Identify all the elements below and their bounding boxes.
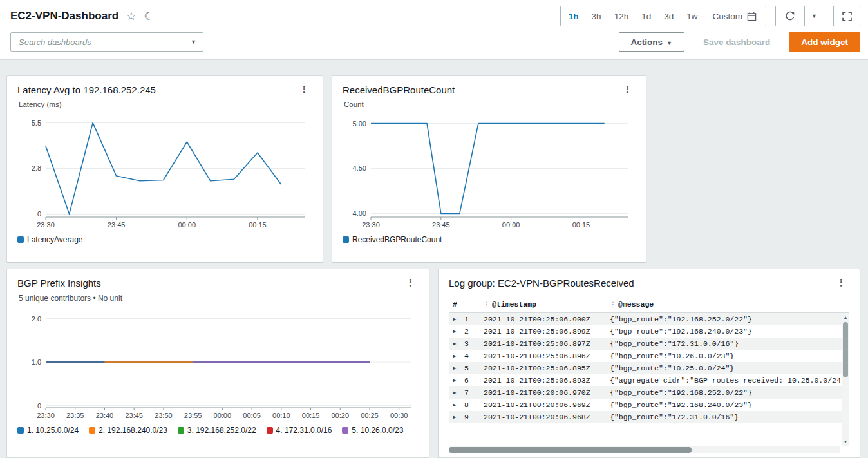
expand-row-icon[interactable]: ▶ (449, 313, 460, 326)
widget-title: BGP Prefix Insights (17, 278, 101, 289)
dashboard-canvas: Latency Avg to 192.168.252.245 ⋮ Latency… (0, 60, 868, 458)
y-axis-label: Count (344, 100, 636, 108)
legend-item[interactable]: 3. 192.168.252.0/22 (178, 426, 256, 435)
table-row[interactable]: ▶72021-10-21T00:20:06.970Z{"bgp_route":"… (449, 386, 849, 399)
expand-row-icon[interactable]: ▶ (449, 374, 460, 386)
widget-menu-icon[interactable]: ⋮ (833, 278, 849, 289)
svg-text:00:15: 00:15 (302, 412, 320, 419)
row-number: 9 (460, 411, 480, 423)
row-message: {"bgp_route":"10.26.0.0/23"} (606, 350, 849, 362)
time-range-1h[interactable]: 1h (562, 6, 585, 26)
column-menu-icon[interactable]: ⋮ (610, 301, 616, 309)
column-header-timestamp[interactable]: ⋮@timestamp (480, 296, 606, 313)
svg-text:1.0: 1.0 (32, 358, 41, 366)
row-message: {"bgp_route":"192.168.240.0/23"} (606, 399, 849, 411)
row-timestamp: 2021-10-21T00:20:06.969Z (480, 399, 606, 411)
expand-row-icon[interactable]: ▶ (449, 399, 460, 411)
time-range-3h[interactable]: 3h (585, 6, 608, 26)
row-number: 7 (460, 386, 480, 399)
table-row[interactable]: ▶22021-10-21T00:25:06.899Z{"bgp_route":"… (449, 325, 849, 338)
expand-row-icon[interactable]: ▶ (449, 338, 460, 350)
row-timestamp: 2021-10-21T00:25:06.895Z (480, 362, 606, 374)
legend-item[interactable]: LatencyAverage (17, 235, 83, 244)
add-widget-button[interactable]: Add widget (789, 32, 860, 52)
actions-button[interactable]: Actions▼ (619, 32, 684, 52)
time-range-3d[interactable]: 3d (657, 6, 680, 26)
legend-item[interactable]: 2. 192.168.240.0/23 (89, 426, 167, 435)
legend-swatch (267, 427, 273, 434)
row-number: 4 (460, 350, 480, 362)
legend-swatch (17, 236, 24, 243)
row-message: {"bgp_route":"172.31.0.0/16"} (606, 338, 849, 350)
table-row[interactable]: ▶42021-10-21T00:25:06.896Z{"bgp_route":"… (449, 350, 849, 362)
svg-text:0: 0 (37, 210, 41, 218)
svg-text:23:50: 23:50 (155, 412, 173, 419)
refresh-button[interactable] (776, 6, 804, 26)
expand-row-icon[interactable]: ▶ (449, 325, 460, 338)
table-row[interactable]: ▶92021-10-21T00:20:06.968Z{"bgp_route":"… (449, 411, 849, 423)
svg-text:00:25: 00:25 (361, 412, 379, 419)
search-caret-icon[interactable]: ▼ (191, 39, 196, 45)
legend-item[interactable]: 1. 10.25.0.0/24 (17, 426, 79, 435)
refresh-options-caret[interactable]: ▼ (804, 6, 824, 26)
svg-text:23:40: 23:40 (96, 412, 114, 419)
svg-text:2.0: 2.0 (32, 315, 41, 323)
column-header-number[interactable]: # (449, 296, 480, 313)
topbar: EC2-VPN-Dashboard ☆ ☾ 1h3h12h1d3d1w Cust… (0, 0, 868, 30)
legend-swatch (178, 427, 184, 434)
search-dashboards-box[interactable]: ▼ (10, 32, 203, 52)
svg-text:0: 0 (37, 402, 41, 410)
row-message: {"bgp_route":"192.168.240.0/23"} (606, 325, 849, 338)
widget-title: Latency Avg to 192.168.252.245 (17, 84, 156, 95)
widget-menu-icon[interactable]: ⋮ (402, 278, 419, 289)
fullscreen-button[interactable] (833, 6, 860, 26)
row-message: {"bgp_route":"10.25.0.0/24"} (606, 362, 849, 374)
widget-menu-icon[interactable]: ⋮ (296, 84, 312, 95)
time-range-1w[interactable]: 1w (680, 6, 704, 26)
svg-text:23:45: 23:45 (432, 221, 450, 229)
legend-item[interactable]: 5. 10.26.0.0/23 (342, 426, 403, 435)
bgp-prefix-insights-line-chart[interactable]: 01.02.023:3023:3523:4023:4523:5023:5500:… (17, 304, 419, 421)
expand-row-icon[interactable]: ▶ (449, 362, 460, 374)
time-range-1d[interactable]: 1d (635, 6, 657, 26)
dashboard-toolbar: ▼ Actions▼ Save dashboard Add widget (0, 30, 868, 60)
svg-text:23:45: 23:45 (108, 221, 126, 229)
table-row[interactable]: ▶52021-10-21T00:25:06.895Z{"bgp_route":"… (449, 362, 849, 374)
expand-row-icon[interactable]: ▶ (449, 411, 460, 423)
svg-text:23:30: 23:30 (37, 221, 55, 229)
svg-text:23:45: 23:45 (125, 412, 143, 419)
row-timestamp: 2021-10-21T00:25:06.896Z (480, 350, 606, 362)
vertical-scroll-thumb[interactable] (843, 322, 848, 377)
expand-row-icon[interactable]: ▶ (449, 386, 460, 399)
custom-range-button[interactable]: Custom (704, 10, 764, 23)
dark-mode-moon-icon[interactable]: ☾ (144, 11, 153, 22)
column-header-message[interactable]: ⋮@message (606, 296, 849, 313)
save-dashboard-button[interactable]: Save dashboard (691, 32, 782, 52)
svg-text:00:20: 00:20 (331, 412, 349, 419)
table-row[interactable]: ▶12021-10-21T00:25:06.900Z{"bgp_route":"… (449, 313, 849, 326)
table-row[interactable]: ▶62021-10-21T00:25:06.893Z{"aggregate_ci… (449, 374, 849, 386)
bgp-route-count-line-chart[interactable]: 4.004.505.0023:3023:4500:0000:15 (343, 110, 636, 231)
time-range-12h[interactable]: 12h (608, 6, 636, 26)
scroll-up-icon[interactable]: ▲ (842, 314, 849, 321)
legend-item[interactable]: ReceivedBGPRouteCount (343, 235, 442, 244)
expand-row-icon[interactable]: ▶ (449, 350, 460, 362)
search-dashboards-input[interactable] (17, 37, 191, 48)
widget-menu-icon[interactable]: ⋮ (619, 84, 636, 95)
row-number: 2 (460, 325, 480, 338)
vertical-scrollbar[interactable]: ▲ ▼ (842, 314, 849, 446)
svg-text:23:30: 23:30 (37, 412, 55, 419)
horizontal-scroll-thumb[interactable] (449, 447, 692, 453)
row-timestamp: 2021-10-21T00:25:06.893Z (480, 374, 606, 386)
legend-swatch (17, 427, 24, 434)
row-number: 1 (460, 313, 480, 326)
scroll-down-icon[interactable]: ▼ (842, 438, 849, 446)
table-row[interactable]: ▶82021-10-21T00:20:06.969Z{"bgp_route":"… (449, 399, 849, 411)
svg-text:23:55: 23:55 (184, 412, 202, 419)
table-row[interactable]: ▶32021-10-21T00:25:06.897Z{"bgp_route":"… (449, 338, 849, 350)
column-menu-icon[interactable]: ⋮ (484, 301, 490, 309)
legend-item[interactable]: 4. 172.31.0.0/16 (267, 426, 332, 435)
latency-line-chart[interactable]: 02.85.523:3023:4500:0000:15 (17, 110, 312, 231)
favorite-star-icon[interactable]: ☆ (126, 11, 136, 22)
horizontal-scrollbar[interactable] (449, 446, 840, 453)
